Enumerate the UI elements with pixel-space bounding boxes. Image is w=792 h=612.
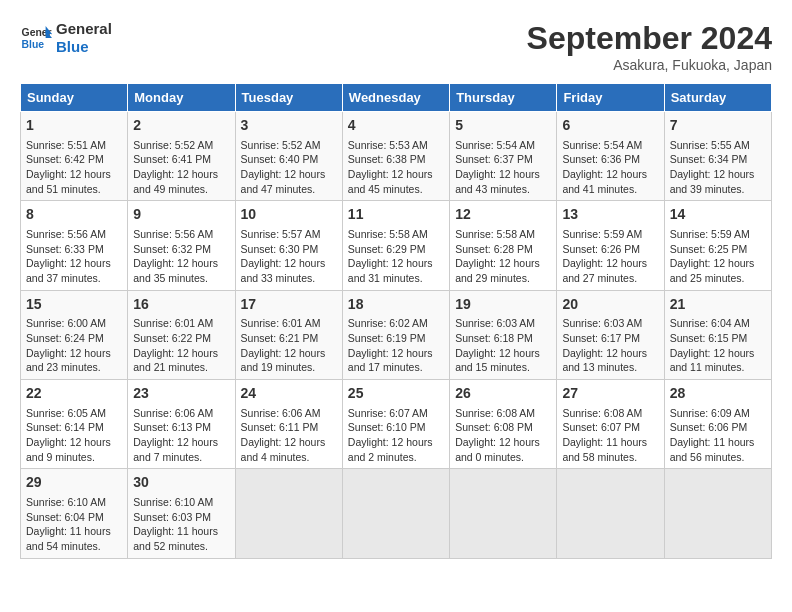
col-header-sunday: Sunday [21,84,128,112]
day-number: 9 [133,205,229,225]
day-info: Sunrise: 6:06 AM Sunset: 6:11 PM Dayligh… [241,406,337,465]
day-cell [557,469,664,558]
day-cell: 11Sunrise: 5:58 AM Sunset: 6:29 PM Dayli… [342,201,449,290]
day-info: Sunrise: 6:03 AM Sunset: 6:18 PM Dayligh… [455,316,551,375]
day-cell: 25Sunrise: 6:07 AM Sunset: 6:10 PM Dayli… [342,380,449,469]
day-cell: 18Sunrise: 6:02 AM Sunset: 6:19 PM Dayli… [342,290,449,379]
day-info: Sunrise: 5:54 AM Sunset: 6:36 PM Dayligh… [562,138,658,197]
day-info: Sunrise: 5:52 AM Sunset: 6:41 PM Dayligh… [133,138,229,197]
day-info: Sunrise: 6:04 AM Sunset: 6:15 PM Dayligh… [670,316,766,375]
day-cell: 27Sunrise: 6:08 AM Sunset: 6:07 PM Dayli… [557,380,664,469]
day-info: Sunrise: 5:52 AM Sunset: 6:40 PM Dayligh… [241,138,337,197]
day-info: Sunrise: 6:10 AM Sunset: 6:03 PM Dayligh… [133,495,229,554]
day-number: 10 [241,205,337,225]
day-info: Sunrise: 5:51 AM Sunset: 6:42 PM Dayligh… [26,138,122,197]
day-number: 20 [562,295,658,315]
day-number: 19 [455,295,551,315]
logo-icon: General Blue [20,22,52,54]
day-cell: 26Sunrise: 6:08 AM Sunset: 6:08 PM Dayli… [450,380,557,469]
day-cell: 10Sunrise: 5:57 AM Sunset: 6:30 PM Dayli… [235,201,342,290]
day-number: 8 [26,205,122,225]
week-row-5: 29Sunrise: 6:10 AM Sunset: 6:04 PM Dayli… [21,469,772,558]
week-row-3: 15Sunrise: 6:00 AM Sunset: 6:24 PM Dayli… [21,290,772,379]
title-area: September 2024 Asakura, Fukuoka, Japan [527,20,772,73]
day-cell: 12Sunrise: 5:58 AM Sunset: 6:28 PM Dayli… [450,201,557,290]
day-cell: 5Sunrise: 5:54 AM Sunset: 6:37 PM Daylig… [450,112,557,201]
day-number: 30 [133,473,229,493]
day-number: 27 [562,384,658,404]
week-row-1: 1Sunrise: 5:51 AM Sunset: 6:42 PM Daylig… [21,112,772,201]
day-info: Sunrise: 5:55 AM Sunset: 6:34 PM Dayligh… [670,138,766,197]
day-cell: 9Sunrise: 5:56 AM Sunset: 6:32 PM Daylig… [128,201,235,290]
day-cell: 24Sunrise: 6:06 AM Sunset: 6:11 PM Dayli… [235,380,342,469]
day-info: Sunrise: 5:59 AM Sunset: 6:26 PM Dayligh… [562,227,658,286]
day-cell: 17Sunrise: 6:01 AM Sunset: 6:21 PM Dayli… [235,290,342,379]
col-header-thursday: Thursday [450,84,557,112]
day-info: Sunrise: 5:57 AM Sunset: 6:30 PM Dayligh… [241,227,337,286]
day-info: Sunrise: 6:10 AM Sunset: 6:04 PM Dayligh… [26,495,122,554]
day-number: 16 [133,295,229,315]
day-cell [450,469,557,558]
day-number: 12 [455,205,551,225]
day-cell: 8Sunrise: 5:56 AM Sunset: 6:33 PM Daylig… [21,201,128,290]
day-number: 3 [241,116,337,136]
day-info: Sunrise: 6:09 AM Sunset: 6:06 PM Dayligh… [670,406,766,465]
day-info: Sunrise: 5:54 AM Sunset: 6:37 PM Dayligh… [455,138,551,197]
day-number: 28 [670,384,766,404]
day-info: Sunrise: 6:02 AM Sunset: 6:19 PM Dayligh… [348,316,444,375]
day-number: 21 [670,295,766,315]
day-number: 5 [455,116,551,136]
day-cell: 23Sunrise: 6:06 AM Sunset: 6:13 PM Dayli… [128,380,235,469]
col-header-friday: Friday [557,84,664,112]
day-number: 14 [670,205,766,225]
day-number: 1 [26,116,122,136]
day-number: 2 [133,116,229,136]
day-info: Sunrise: 5:56 AM Sunset: 6:33 PM Dayligh… [26,227,122,286]
day-info: Sunrise: 6:06 AM Sunset: 6:13 PM Dayligh… [133,406,229,465]
day-info: Sunrise: 6:01 AM Sunset: 6:22 PM Dayligh… [133,316,229,375]
calendar-table: SundayMondayTuesdayWednesdayThursdayFrid… [20,83,772,559]
day-number: 6 [562,116,658,136]
day-cell [235,469,342,558]
month-title: September 2024 [527,20,772,57]
day-cell: 19Sunrise: 6:03 AM Sunset: 6:18 PM Dayli… [450,290,557,379]
day-cell: 30Sunrise: 6:10 AM Sunset: 6:03 PM Dayli… [128,469,235,558]
day-number: 22 [26,384,122,404]
header-row: SundayMondayTuesdayWednesdayThursdayFrid… [21,84,772,112]
day-number: 4 [348,116,444,136]
day-number: 18 [348,295,444,315]
day-cell: 15Sunrise: 6:00 AM Sunset: 6:24 PM Dayli… [21,290,128,379]
day-number: 13 [562,205,658,225]
day-cell: 21Sunrise: 6:04 AM Sunset: 6:15 PM Dayli… [664,290,771,379]
day-number: 17 [241,295,337,315]
day-cell: 3Sunrise: 5:52 AM Sunset: 6:40 PM Daylig… [235,112,342,201]
day-cell: 2Sunrise: 5:52 AM Sunset: 6:41 PM Daylig… [128,112,235,201]
col-header-saturday: Saturday [664,84,771,112]
day-cell: 22Sunrise: 6:05 AM Sunset: 6:14 PM Dayli… [21,380,128,469]
day-number: 25 [348,384,444,404]
day-cell: 29Sunrise: 6:10 AM Sunset: 6:04 PM Dayli… [21,469,128,558]
day-info: Sunrise: 6:01 AM Sunset: 6:21 PM Dayligh… [241,316,337,375]
day-cell [664,469,771,558]
day-cell: 1Sunrise: 5:51 AM Sunset: 6:42 PM Daylig… [21,112,128,201]
day-number: 7 [670,116,766,136]
col-header-wednesday: Wednesday [342,84,449,112]
day-number: 26 [455,384,551,404]
day-info: Sunrise: 6:03 AM Sunset: 6:17 PM Dayligh… [562,316,658,375]
page-header: General Blue General Blue September 2024… [20,20,772,73]
col-header-tuesday: Tuesday [235,84,342,112]
day-cell: 20Sunrise: 6:03 AM Sunset: 6:17 PM Dayli… [557,290,664,379]
day-info: Sunrise: 5:58 AM Sunset: 6:29 PM Dayligh… [348,227,444,286]
day-number: 23 [133,384,229,404]
day-number: 11 [348,205,444,225]
week-row-2: 8Sunrise: 5:56 AM Sunset: 6:33 PM Daylig… [21,201,772,290]
location-subtitle: Asakura, Fukuoka, Japan [527,57,772,73]
day-cell: 7Sunrise: 5:55 AM Sunset: 6:34 PM Daylig… [664,112,771,201]
day-cell: 16Sunrise: 6:01 AM Sunset: 6:22 PM Dayli… [128,290,235,379]
day-info: Sunrise: 5:59 AM Sunset: 6:25 PM Dayligh… [670,227,766,286]
logo-line1: General [56,20,112,38]
day-info: Sunrise: 5:56 AM Sunset: 6:32 PM Dayligh… [133,227,229,286]
day-cell: 13Sunrise: 5:59 AM Sunset: 6:26 PM Dayli… [557,201,664,290]
day-info: Sunrise: 6:05 AM Sunset: 6:14 PM Dayligh… [26,406,122,465]
day-number: 15 [26,295,122,315]
